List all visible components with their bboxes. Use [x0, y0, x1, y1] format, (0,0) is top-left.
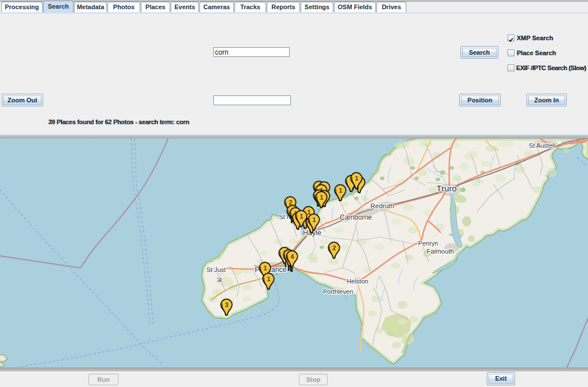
- svg-text:Porthleven: Porthleven: [323, 288, 353, 295]
- svg-text:1: 1: [264, 265, 267, 271]
- svg-text:1: 1: [313, 216, 316, 223]
- svg-text:1: 1: [320, 194, 324, 201]
- svg-text:1: 1: [355, 175, 359, 182]
- svg-text:1: 1: [267, 275, 271, 282]
- svg-text:Penryn: Penryn: [418, 240, 439, 247]
- svg-text:St Austell: St Austell: [529, 142, 555, 149]
- svg-text:Truro: Truro: [436, 183, 456, 193]
- svg-text:Helston: Helston: [347, 278, 368, 285]
- svg-text:4: 4: [291, 253, 294, 260]
- svg-text:1: 1: [300, 213, 303, 220]
- svg-text:1: 1: [339, 187, 343, 194]
- svg-text:Falmouth: Falmouth: [426, 248, 454, 255]
- svg-text:2: 2: [333, 244, 336, 251]
- svg-text:3: 3: [225, 301, 229, 308]
- svg-text:Redruth: Redruth: [371, 202, 394, 209]
- svg-text:St Just: St Just: [206, 266, 226, 273]
- svg-text:Camborne: Camborne: [340, 213, 372, 221]
